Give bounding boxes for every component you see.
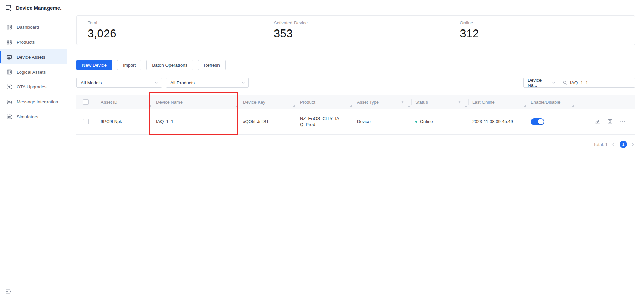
search-field-select[interactable]: Device Na... — [523, 78, 559, 88]
header-asset-id[interactable]: Asset ID — [95, 95, 152, 109]
toggle-knob — [538, 119, 544, 124]
chevron-down-icon — [154, 81, 158, 85]
status-cell: Online — [411, 119, 468, 124]
main-content: Total 3,026 Activated Device 353 Online … — [67, 0, 644, 302]
column-resize-handle[interactable] — [236, 105, 238, 107]
header-status[interactable]: Status — [411, 95, 468, 109]
page-number-button[interactable]: 1 — [620, 141, 627, 148]
models-select-value: All Models — [81, 80, 102, 85]
select-all-checkbox[interactable] — [83, 99, 89, 105]
products-icon — [6, 39, 12, 45]
stat-value: 3,026 — [88, 27, 252, 40]
message-integration-icon — [6, 99, 12, 105]
table-row: 9PC9LNpk IAQ_1_1 xQO5LJrTST NZ_EnOS_CITY… — [76, 109, 635, 135]
product-cell: NZ_EnOS_CITY_IAQ_Prod — [296, 116, 353, 128]
stat-label: Activated Device — [274, 20, 438, 25]
sidebar-item-label: OTA Upgrades — [17, 84, 46, 89]
logical-assets-icon — [6, 69, 12, 75]
stat-label: Online — [460, 20, 624, 25]
sidebar-item-label: Device Assets — [17, 55, 45, 60]
device-assets-icon — [6, 54, 12, 60]
new-device-button[interactable]: New Device — [76, 60, 112, 70]
stat-online: Online 312 — [449, 16, 635, 45]
import-button[interactable]: Import — [117, 60, 141, 70]
table-header: Asset ID Device Name Device Key Product … — [76, 95, 635, 109]
search-field-value: Device Na... — [528, 78, 552, 88]
stats-card: Total 3,026 Activated Device 353 Online … — [76, 15, 635, 45]
header-actions — [575, 95, 635, 109]
models-select[interactable]: All Models — [76, 78, 162, 88]
sidebar-item-simulators[interactable]: Simulators — [0, 109, 67, 124]
search-input[interactable] — [570, 80, 631, 85]
enable-cell — [527, 118, 575, 125]
column-resize-handle[interactable] — [350, 105, 352, 107]
sidebar-item-message-integration[interactable]: Message Integration — [0, 94, 67, 109]
status-text: Online — [420, 119, 433, 124]
stat-value: 312 — [460, 27, 624, 40]
column-resize-handle[interactable] — [572, 105, 574, 107]
last-online-cell: 2023-11-08 09:45:49 — [468, 119, 527, 124]
header-asset-type[interactable]: Asset Type — [353, 95, 411, 109]
edit-pencil-icon[interactable] — [594, 119, 601, 125]
sidebar-item-label: Products — [17, 40, 35, 45]
column-resize-handle[interactable] — [149, 105, 151, 107]
stat-total: Total 3,026 — [77, 16, 263, 45]
stat-label: Total — [88, 20, 252, 25]
filter-row: All Models All Products Device Na... — [76, 78, 635, 88]
column-resize-handle[interactable] — [465, 105, 467, 107]
sidebar: Device Manageme... Dashboard — [0, 0, 67, 302]
collapse-sidebar-icon[interactable] — [5, 288, 12, 295]
header-device-name[interactable]: Device Name — [152, 95, 239, 109]
header-checkbox-cell — [76, 95, 95, 109]
actions-cell — [575, 119, 635, 125]
sidebar-footer — [0, 288, 67, 302]
device-name-cell: IAQ_1_1 — [152, 119, 239, 124]
pagination: Total: 1 1 — [76, 141, 635, 148]
chevron-down-icon — [552, 81, 556, 85]
sidebar-nav: Dashboard Products — [0, 16, 67, 288]
stat-value: 353 — [274, 27, 438, 40]
header-enable-disable[interactable]: Enable/Disable — [527, 95, 575, 109]
header-product[interactable]: Product — [296, 95, 353, 109]
products-select[interactable]: All Products — [166, 78, 249, 88]
device-table: Asset ID Device Name Device Key Product … — [76, 95, 635, 135]
filter-funnel-icon[interactable] — [401, 100, 404, 104]
sidebar-item-products[interactable]: Products — [0, 35, 67, 49]
batch-operations-button[interactable]: Batch Operations — [146, 60, 193, 70]
sidebar-item-label: Logical Assets — [17, 69, 46, 75]
more-ellipsis-icon[interactable] — [620, 119, 626, 125]
sidebar-item-ota-upgrades[interactable]: OTA Upgrades — [0, 79, 67, 94]
ota-upgrades-icon — [6, 84, 12, 90]
filter-funnel-icon[interactable] — [458, 100, 461, 104]
chevron-down-icon — [241, 81, 245, 85]
header-last-online[interactable]: Last Online — [468, 95, 527, 109]
pagination-total: Total: 1 — [593, 142, 608, 147]
column-resize-handle[interactable] — [408, 105, 410, 107]
sidebar-item-label: Dashboard — [17, 25, 39, 30]
row-checkbox-cell — [76, 119, 95, 124]
asset-type-cell: Device — [353, 119, 411, 124]
view-details-icon[interactable] — [607, 119, 613, 125]
sidebar-item-device-assets[interactable]: Device Assets — [0, 49, 67, 64]
online-status-dot — [415, 121, 417, 123]
header-device-key[interactable]: Device Key — [239, 95, 296, 109]
search-icon — [563, 80, 567, 85]
sidebar-item-dashboard[interactable]: Dashboard — [0, 20, 67, 35]
asset-id-cell: 9PC9LNpk — [95, 119, 152, 124]
row-checkbox[interactable] — [83, 119, 89, 124]
column-resize-handle[interactable] — [293, 105, 295, 107]
next-page-icon[interactable] — [631, 142, 635, 147]
sidebar-item-label: Message Integration — [17, 99, 58, 104]
column-resize-handle[interactable] — [524, 105, 526, 107]
sidebar-item-logical-assets[interactable]: Logical Assets — [0, 64, 67, 79]
prev-page-icon[interactable] — [611, 142, 616, 147]
device-management-icon — [5, 4, 12, 12]
dashboard-icon — [6, 24, 12, 30]
sidebar-item-label: Simulators — [17, 114, 38, 119]
products-select-value: All Products — [170, 80, 195, 85]
enable-toggle[interactable] — [531, 118, 544, 125]
page: Device Manageme... Dashboard — [0, 0, 644, 302]
search-group: Device Na... — [523, 78, 635, 88]
refresh-button[interactable]: Refresh — [198, 60, 226, 70]
sidebar-header: Device Manageme... — [0, 0, 67, 16]
